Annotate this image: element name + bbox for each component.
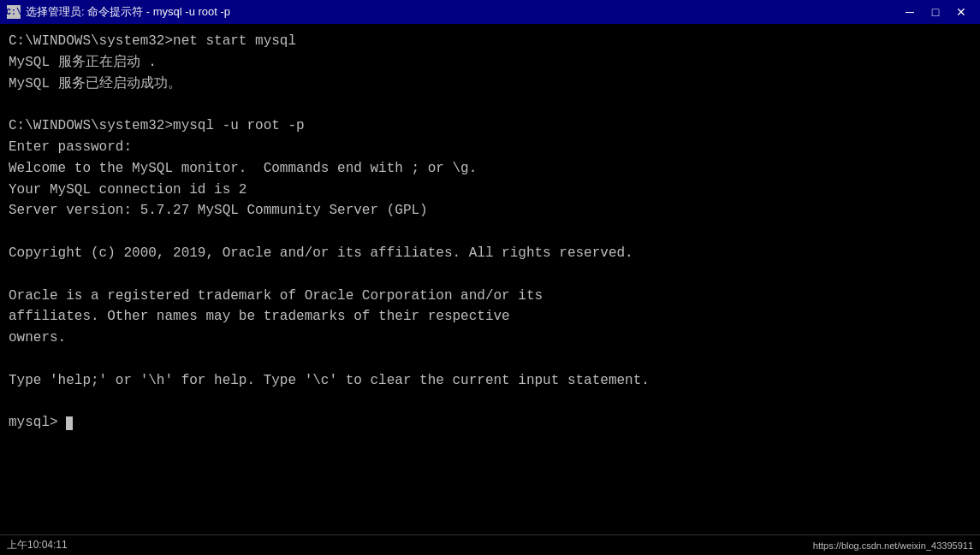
- terminal-line: affiliates. Other names may be trademark…: [9, 306, 971, 328]
- terminal-line: MySQL 服务正在启动 .: [9, 52, 971, 74]
- title-bar-left: C:\ 选择管理员: 命令提示符 - mysql -u root -p: [7, 4, 230, 20]
- title-bar: C:\ 选择管理员: 命令提示符 - mysql -u root -p ─ □ …: [0, 0, 980, 24]
- terminal-line: mysql>: [9, 412, 971, 434]
- terminal-line: Your MySQL connection id is 2: [9, 180, 971, 201]
- status-bar: 上午10:04:11 https://blog.csdn.net/weixin_…: [0, 534, 980, 555]
- terminal-line: [9, 221, 971, 243]
- terminal-cursor: [66, 416, 73, 430]
- maximize-button[interactable]: □: [924, 3, 947, 21]
- terminal-line: owners.: [9, 328, 971, 349]
- minimize-button[interactable]: ─: [898, 3, 922, 21]
- status-time: 上午10:04:11: [7, 538, 68, 552]
- terminal-line: [9, 94, 971, 115]
- status-url: https://blog.csdn.net/weixin_43395911: [813, 540, 973, 551]
- terminal-line: [9, 392, 971, 413]
- terminal-line: C:\WINDOWS\system32>net start mysql: [9, 31, 971, 52]
- terminal-line: [9, 264, 971, 286]
- terminal-line: [9, 349, 971, 370]
- terminal-line: Enter password:: [9, 137, 971, 158]
- terminal-line: Server version: 5.7.27 MySQL Community S…: [9, 200, 971, 221]
- terminal-body[interactable]: C:\WINDOWS\system32>net start mysqlMySQL…: [0, 24, 980, 534]
- terminal-line: Copyright (c) 2000, 2019, Oracle and/or …: [9, 243, 971, 264]
- terminal-line: Welcome to the MySQL monitor. Commands e…: [9, 158, 971, 180]
- close-button[interactable]: ✕: [949, 3, 973, 21]
- terminal-line: MySQL 服务已经启动成功。: [9, 74, 971, 95]
- terminal-line: Oracle is a registered trademark of Orac…: [9, 286, 971, 307]
- terminal-line: Type 'help;' or '\h' for help. Type '\c'…: [9, 370, 971, 392]
- cmd-icon: C:\: [7, 5, 21, 19]
- window-title: 选择管理员: 命令提示符 - mysql -u root -p: [26, 4, 230, 20]
- window-controls: ─ □ ✕: [898, 3, 973, 21]
- terminal-line: C:\WINDOWS\system32>mysql -u root -p: [9, 115, 971, 137]
